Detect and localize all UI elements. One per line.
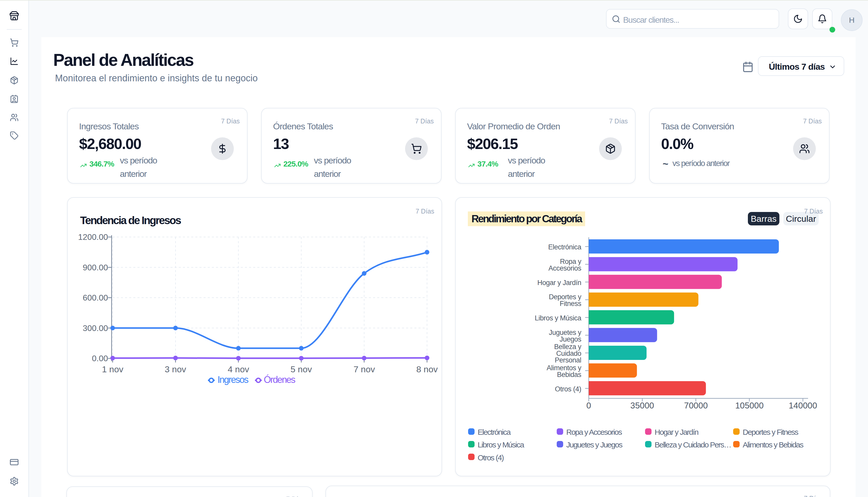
svg-text:Deportes y Fitness: Deportes y Fitness bbox=[743, 428, 798, 436]
svg-text:Ingresos: Ingresos bbox=[218, 374, 249, 385]
svg-text:Accesorios: Accesorios bbox=[548, 265, 581, 272]
svg-text:4 nov: 4 nov bbox=[228, 364, 249, 374]
svg-text:5 nov: 5 nov bbox=[290, 364, 312, 374]
svg-text:300.00: 300.00 bbox=[83, 324, 108, 333]
svg-text:35000: 35000 bbox=[630, 401, 654, 410]
svg-text:Alimentos y Bebidas: Alimentos y Bebidas bbox=[743, 440, 803, 449]
svg-text:Hogar y Jardín: Hogar y Jardín bbox=[537, 279, 581, 287]
svg-text:Juguetes y Juegos: Juguetes y Juegos bbox=[566, 440, 622, 449]
svg-text:Belleza y Cuidado Pers…: Belleza y Cuidado Pers… bbox=[655, 440, 731, 449]
svg-text:7 nov: 7 nov bbox=[353, 364, 375, 374]
svg-text:140000: 140000 bbox=[789, 401, 817, 410]
svg-text:Personal: Personal bbox=[555, 356, 581, 364]
svg-text:Libros y Música: Libros y Música bbox=[535, 314, 582, 322]
svg-text:1200.00: 1200.00 bbox=[78, 232, 108, 242]
svg-text:Electrónica: Electrónica bbox=[548, 243, 582, 251]
svg-text:Ropa y Accesorios: Ropa y Accesorios bbox=[566, 428, 622, 436]
svg-text:70000: 70000 bbox=[684, 401, 708, 410]
svg-text:Electrónica: Electrónica bbox=[478, 428, 511, 436]
svg-text:Órdenes: Órdenes bbox=[264, 374, 295, 385]
svg-text:Fitness: Fitness bbox=[560, 300, 581, 308]
svg-text:Hogar y Jardín: Hogar y Jardín bbox=[655, 428, 698, 436]
svg-text:Bebidas: Bebidas bbox=[557, 371, 581, 379]
svg-text:0.00: 0.00 bbox=[92, 354, 108, 363]
svg-text:105000: 105000 bbox=[735, 401, 764, 410]
svg-text:Otros (4): Otros (4) bbox=[555, 385, 581, 393]
svg-text:8 nov: 8 nov bbox=[416, 364, 438, 374]
svg-text:Otros (4): Otros (4) bbox=[478, 453, 504, 462]
svg-text:600.00: 600.00 bbox=[83, 293, 108, 302]
svg-text:0: 0 bbox=[586, 401, 591, 410]
svg-text:3 nov: 3 nov bbox=[165, 364, 186, 374]
svg-text:900.00: 900.00 bbox=[83, 263, 108, 272]
svg-text:Juegos: Juegos bbox=[560, 336, 581, 343]
svg-text:Libros y Música: Libros y Música bbox=[478, 440, 524, 449]
svg-text:1 nov: 1 nov bbox=[102, 364, 123, 374]
